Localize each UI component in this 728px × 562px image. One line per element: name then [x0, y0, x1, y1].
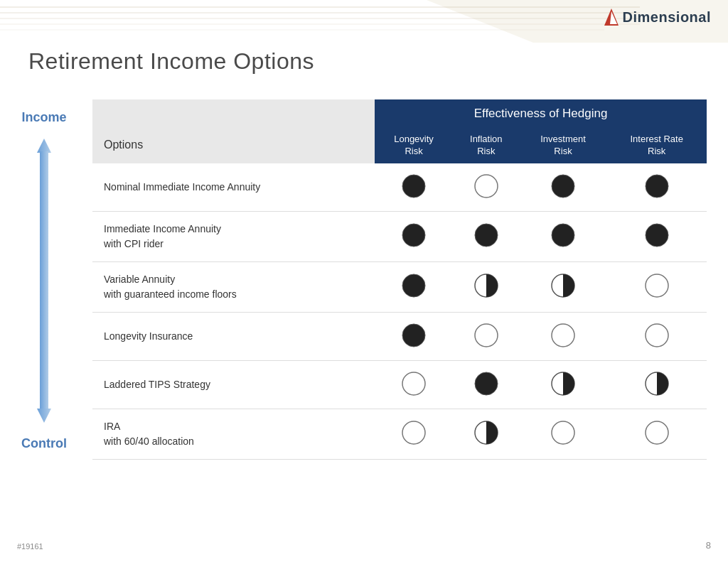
income-control-arrow: Income Control — [21, 110, 67, 451]
investment-circle-cell — [520, 211, 607, 261]
interest_rate-circle-cell — [606, 312, 707, 360]
investment-circle-icon — [550, 371, 576, 396]
table-row: Laddered TIPS Strategy — [92, 360, 707, 409]
investment-circle-icon — [550, 273, 576, 298]
svg-point-25 — [552, 324, 574, 347]
svg-rect-9 — [40, 151, 48, 410]
svg-point-12 — [475, 175, 498, 198]
svg-point-16 — [475, 224, 498, 247]
svg-point-34 — [646, 421, 668, 444]
longevity-risk-header: LongevityRisk — [375, 128, 453, 163]
investment-circle-cell — [520, 409, 607, 459]
interest_rate-circle-icon — [644, 420, 670, 445]
table-row: IRAwith 60/40 allocation — [92, 409, 707, 459]
svg-point-11 — [402, 175, 425, 198]
page-title: Retirement Income Options — [28, 48, 314, 75]
inflation-risk-header: InflationRisk — [453, 128, 520, 163]
inflation-circle-cell — [453, 312, 520, 360]
inflation-circle-cell — [453, 211, 520, 261]
inflation-circle-cell — [453, 261, 520, 312]
option-name-cell: Laddered TIPS Strategy — [92, 360, 375, 409]
svg-point-17 — [552, 224, 574, 247]
svg-marker-10 — [37, 409, 51, 423]
interest_rate-circle-icon — [644, 371, 670, 396]
control-label: Control — [21, 436, 67, 451]
options-column-header: Options — [92, 128, 375, 163]
interest_rate-circle-icon — [644, 323, 670, 348]
longevity-circle-icon — [401, 222, 427, 248]
interest_rate-circle-cell — [606, 211, 707, 261]
footer-id: #19161 — [17, 542, 43, 551]
longevity-circle-cell — [375, 261, 453, 312]
inflation-circle-icon — [473, 273, 499, 298]
svg-point-28 — [475, 372, 498, 395]
svg-point-13 — [552, 175, 574, 198]
longevity-circle-icon — [401, 420, 427, 445]
table-wrapper: Effectiveness of Hedging Options Longevi… — [92, 99, 707, 460]
inflation-circle-icon — [473, 420, 499, 445]
investment-circle-cell — [520, 163, 607, 212]
longevity-circle-icon — [401, 173, 427, 199]
inflation-circle-icon — [473, 173, 499, 199]
longevity-circle-cell — [375, 409, 453, 459]
svg-point-15 — [402, 224, 425, 247]
income-label: Income — [21, 110, 66, 125]
interest_rate-circle-icon — [644, 222, 670, 248]
svg-point-23 — [402, 324, 425, 347]
svg-marker-8 — [37, 139, 51, 153]
inflation-circle-icon — [473, 323, 499, 348]
interest_rate-circle-cell — [606, 261, 707, 312]
table-row: Longevity Insurance — [92, 312, 707, 360]
svg-point-14 — [646, 175, 668, 198]
page-number: 8 — [706, 540, 711, 551]
longevity-circle-icon — [401, 371, 427, 396]
interest_rate-circle-icon — [644, 173, 670, 199]
longevity-circle-icon — [401, 323, 427, 348]
interest_rate-circle-icon — [644, 273, 670, 298]
table-row: Nominal Immediate Income Annuity — [92, 163, 707, 212]
svg-point-33 — [552, 421, 574, 444]
interest_rate-circle-cell — [606, 409, 707, 459]
investment-circle-icon — [550, 420, 576, 445]
longevity-circle-cell — [375, 312, 453, 360]
option-name-cell: Variable Annuitywith guaranteed income f… — [92, 261, 375, 312]
logo-text: Dimensional — [623, 9, 711, 26]
investment-circle-icon — [550, 222, 576, 248]
inflation-circle-icon — [473, 222, 499, 248]
inflation-circle-cell — [453, 409, 520, 459]
investment-circle-icon — [550, 173, 576, 199]
longevity-circle-cell — [375, 360, 453, 409]
investment-circle-icon — [550, 323, 576, 348]
svg-point-22 — [646, 274, 668, 297]
logo-icon — [604, 9, 619, 26]
hedging-table: Effectiveness of Hedging Options Longevi… — [92, 99, 707, 460]
longevity-circle-cell — [375, 163, 453, 212]
option-name-cell: IRAwith 60/40 allocation — [92, 409, 375, 459]
longevity-circle-cell — [375, 211, 453, 261]
investment-circle-cell — [520, 312, 607, 360]
longevity-circle-icon — [401, 273, 427, 298]
svg-point-26 — [646, 324, 668, 347]
inflation-circle-cell — [453, 360, 520, 409]
investment-risk-header: InvestmentRisk — [520, 128, 607, 163]
investment-circle-cell — [520, 360, 607, 409]
inflation-circle-icon — [473, 371, 499, 396]
svg-point-24 — [475, 324, 498, 347]
inflation-circle-cell — [453, 163, 520, 212]
svg-point-19 — [402, 274, 425, 297]
svg-point-31 — [402, 421, 425, 444]
interest_rate-circle-cell — [606, 360, 707, 409]
option-name-cell: Immediate Income Annuitywith CPI rider — [92, 211, 375, 261]
investment-circle-cell — [520, 261, 607, 312]
interest-rate-risk-header: Interest RateRisk — [606, 128, 707, 163]
main-content: Effectiveness of Hedging Options Longevi… — [92, 99, 707, 460]
logo: Dimensional — [604, 9, 711, 26]
effectiveness-header: Effectiveness of Hedging — [375, 99, 707, 128]
interest_rate-circle-cell — [606, 163, 707, 212]
table-row: Variable Annuitywith guaranteed income f… — [92, 261, 707, 312]
arrow-svg — [34, 131, 54, 431]
option-name-cell: Nominal Immediate Income Annuity — [92, 163, 375, 212]
option-name-cell: Longevity Insurance — [92, 312, 375, 360]
svg-point-27 — [402, 372, 425, 395]
table-row: Immediate Income Annuitywith CPI rider — [92, 211, 707, 261]
